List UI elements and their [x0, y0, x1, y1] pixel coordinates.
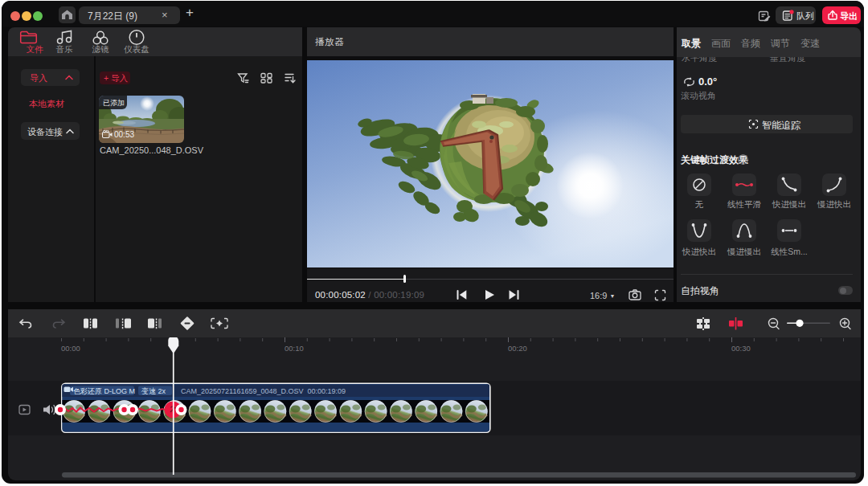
- svg-text:00:20: 00:20: [508, 344, 527, 353]
- svg-text:00:00: 00:00: [61, 344, 80, 353]
- svg-text:快进快出: 快进快出: [682, 247, 716, 256]
- svg-text:快进慢出: 快进慢出: [772, 199, 806, 209]
- svg-text:00:30: 00:30: [731, 344, 751, 353]
- svg-text:00:10: 00:10: [285, 344, 304, 353]
- svg-text:线性Sm...: 线性Sm...: [771, 247, 808, 256]
- svg-text:线性平滑: 线性平滑: [727, 199, 762, 209]
- svg-text:CAM_20250721161659_0048_D.OSV: CAM_20250721161659_0048_D.OSV 00:00:19:0…: [181, 387, 346, 395]
- svg-text:慢进慢出: 慢进慢出: [727, 247, 761, 256]
- svg-text:?: ?: [741, 156, 745, 164]
- svg-text:慢进快出: 慢进快出: [817, 199, 851, 209]
- svg-text:变速 2x: 变速 2x: [141, 387, 166, 395]
- svg-text:无: 无: [695, 199, 704, 209]
- svg-text:色彩还原 D-LOG M: 色彩还原 D-LOG M: [73, 387, 135, 395]
